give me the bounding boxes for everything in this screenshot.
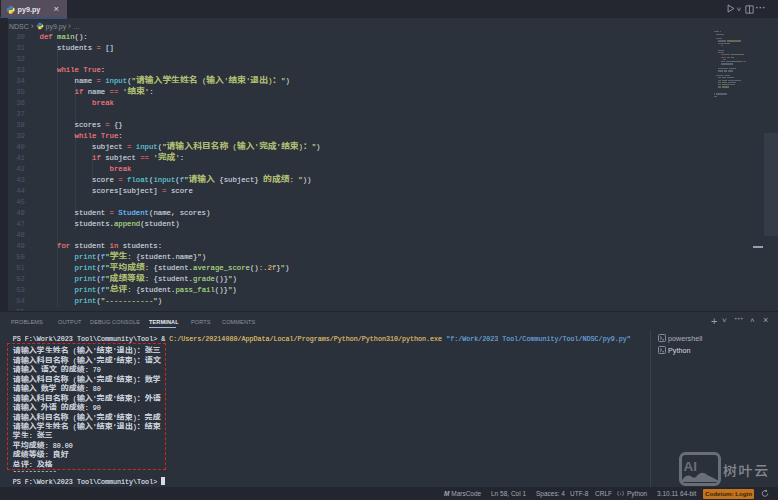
svg-text:AI: AI	[684, 459, 698, 474]
